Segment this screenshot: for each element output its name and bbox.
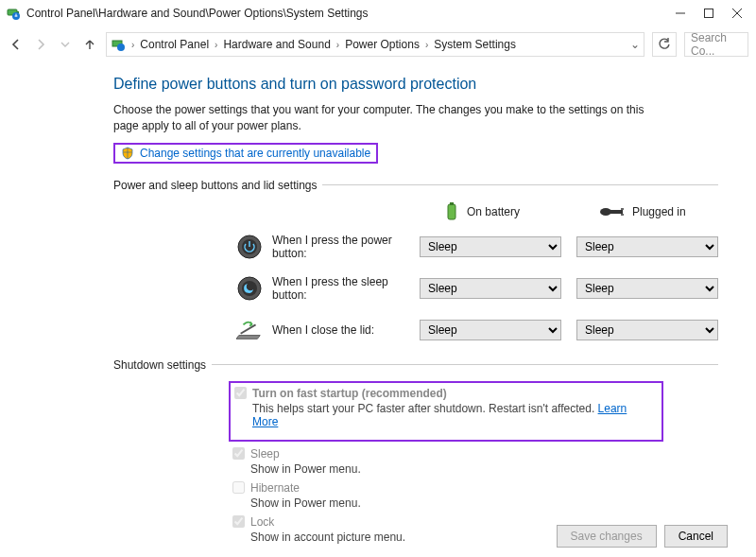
navigation-toolbar: › Control Panel › Hardware and Sound › P… bbox=[0, 26, 756, 62]
col-on-battery: On battery bbox=[444, 201, 562, 222]
search-placeholder: Search Co... bbox=[691, 32, 742, 57]
page-title: Define power buttons and turn on passwor… bbox=[113, 76, 718, 93]
svg-point-8 bbox=[117, 44, 125, 51]
checkbox-label: Turn on fast startup (recommended) bbox=[252, 387, 447, 400]
shutdown-item-sleep: Sleep Show in Power menu. bbox=[232, 447, 718, 476]
row-label: When I press the sleep button: bbox=[272, 275, 420, 302]
col-label: On battery bbox=[467, 205, 520, 218]
titlebar: Control Panel\Hardware and Sound\Power O… bbox=[0, 0, 756, 26]
svg-rect-12 bbox=[610, 210, 623, 214]
hibernate-checkbox[interactable] bbox=[232, 481, 245, 494]
shutdown-item-hibernate: Hibernate Show in Power menu. bbox=[232, 481, 718, 510]
group-power-sleep-label: Power and sleep buttons and lid settings bbox=[113, 179, 718, 192]
group-label-text: Power and sleep buttons and lid settings bbox=[113, 179, 317, 192]
svg-rect-13 bbox=[621, 208, 624, 210]
chevron-right-icon[interactable]: › bbox=[335, 40, 341, 50]
checkbox-label: Lock bbox=[250, 515, 274, 529]
svg-rect-10 bbox=[450, 202, 454, 205]
breadcrumb[interactable]: › Control Panel › Hardware and Sound › P… bbox=[106, 32, 644, 57]
breadcrumb-item[interactable]: Control Panel bbox=[140, 38, 209, 51]
chevron-down-icon[interactable]: ⌄ bbox=[630, 38, 640, 51]
window-title: Control Panel\Hardware and Sound\Power O… bbox=[26, 7, 369, 20]
chevron-right-icon[interactable]: › bbox=[129, 40, 136, 50]
up-button[interactable] bbox=[81, 36, 98, 53]
row-close-lid: When I close the lid: Sleep Sleep bbox=[113, 317, 718, 343]
change-settings-highlight: Change settings that are currently unava… bbox=[113, 143, 378, 164]
power-button-icon bbox=[236, 234, 263, 260]
close-lid-battery-select[interactable]: Sleep bbox=[420, 320, 561, 340]
cancel-button[interactable]: Cancel bbox=[664, 525, 728, 548]
change-settings-link[interactable]: Change settings that are currently unava… bbox=[140, 147, 370, 160]
column-headers: On battery Plugged in bbox=[113, 201, 718, 222]
shield-icon bbox=[121, 147, 134, 160]
row-power-button: When I press the power button: Sleep Sle… bbox=[113, 234, 718, 260]
power-button-plugged-select[interactable]: Sleep bbox=[576, 236, 718, 257]
close-lid-plugged-select[interactable]: Sleep bbox=[576, 320, 718, 340]
plug-icon bbox=[600, 206, 625, 218]
sleep-button-plugged-select[interactable]: Sleep bbox=[576, 278, 718, 299]
button-row: Save changes Cancel bbox=[557, 525, 728, 548]
sleep-button-battery-select[interactable]: Sleep bbox=[420, 278, 561, 299]
close-button[interactable] bbox=[731, 8, 743, 19]
breadcrumb-item[interactable]: Power Options bbox=[345, 38, 420, 51]
sleep-checkbox[interactable] bbox=[232, 447, 245, 460]
fast-startup-checkbox[interactable] bbox=[234, 387, 247, 399]
checkbox-label: Sleep bbox=[250, 447, 280, 461]
group-shutdown-label: Shutdown settings bbox=[113, 358, 718, 372]
power-options-icon bbox=[6, 6, 21, 21]
save-changes-button[interactable]: Save changes bbox=[557, 525, 657, 548]
row-label: When I press the power button: bbox=[272, 234, 420, 260]
laptop-lid-icon bbox=[236, 317, 263, 343]
control-panel-icon bbox=[111, 37, 126, 52]
battery-icon bbox=[444, 201, 459, 222]
sleep-button-icon bbox=[236, 275, 263, 302]
checkbox-description: Show in Power menu. bbox=[250, 462, 718, 476]
back-button[interactable] bbox=[8, 36, 25, 53]
shutdown-item-fast-startup: Turn on fast startup (recommended) This … bbox=[234, 387, 652, 428]
group-label-text: Shutdown settings bbox=[113, 358, 206, 372]
window-controls bbox=[675, 8, 750, 19]
minimize-button[interactable] bbox=[675, 8, 686, 19]
chevron-right-icon[interactable]: › bbox=[213, 40, 219, 50]
power-button-battery-select[interactable]: Sleep bbox=[420, 236, 561, 257]
intro-text: Choose the power settings that you want … bbox=[113, 102, 652, 135]
lock-checkbox[interactable] bbox=[232, 515, 245, 528]
svg-rect-9 bbox=[448, 204, 455, 219]
chevron-right-icon[interactable]: › bbox=[423, 40, 430, 50]
svg-rect-4 bbox=[705, 9, 713, 18]
row-label: When I close the lid: bbox=[272, 323, 420, 337]
forward-button[interactable] bbox=[32, 36, 49, 53]
checkbox-description: Show in Power menu. bbox=[250, 496, 718, 510]
fast-startup-highlight: Turn on fast startup (recommended) This … bbox=[229, 381, 663, 442]
col-label: Plugged in bbox=[632, 205, 686, 218]
refresh-button[interactable] bbox=[652, 32, 677, 57]
search-input[interactable]: Search Co... bbox=[684, 32, 748, 57]
content-area: Define power buttons and turn on passwor… bbox=[0, 62, 756, 544]
breadcrumb-item[interactable]: System Settings bbox=[434, 38, 516, 51]
checkbox-description: This helps start your PC faster after sh… bbox=[252, 402, 652, 428]
checkbox-label: Hibernate bbox=[250, 481, 300, 495]
recent-locations-button[interactable] bbox=[57, 36, 74, 53]
maximize-button[interactable] bbox=[703, 8, 714, 19]
breadcrumb-item[interactable]: Hardware and Sound bbox=[223, 38, 330, 51]
svg-rect-14 bbox=[621, 214, 624, 216]
row-sleep-button: When I press the sleep button: Sleep Sle… bbox=[113, 275, 718, 302]
col-plugged-in: Plugged in bbox=[600, 201, 718, 222]
